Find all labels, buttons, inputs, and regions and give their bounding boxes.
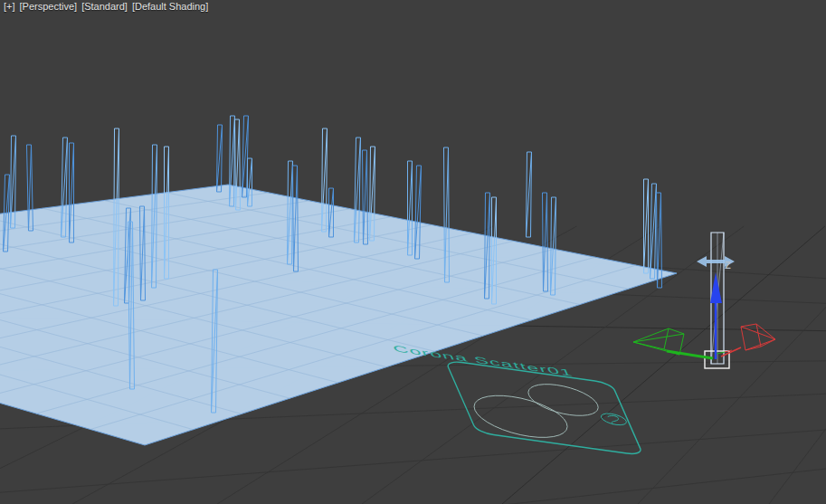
grid-line [769,226,826,504]
viewport-menu-shading[interactable]: [Default Shading] [132,1,208,12]
scatter-instance[interactable] [650,184,657,279]
grid-line [0,469,826,504]
scatter-instance[interactable] [644,179,649,273]
viewport-menu-pov[interactable]: [Perspective] [20,1,78,12]
viewport-label: [+] [Perspective] [Standard] [Default Sh… [4,1,208,12]
viewport-menu-renderer[interactable]: [Standard] [81,1,128,12]
viewport-menu-general[interactable]: [+] [4,1,15,12]
scatter-gizmo-circle-small [522,380,603,420]
grid-line [0,430,826,496]
scatter-surface-plane[interactable] [0,185,677,445]
z-axis-label: Z [725,260,731,271]
y-axis-arrowhead-icon[interactable] [633,328,684,355]
z-axis-arrowhead-icon[interactable] [710,272,722,303]
scatter-gizmo-logo-ring [599,412,629,426]
scatter-instance[interactable] [527,152,532,237]
viewport-canvas[interactable]: Corona Scatter01 Z [0,0,826,504]
x-axis-arrowhead-icon[interactable] [741,324,775,350]
scatter-gizmo-logo-mark [607,415,622,426]
viewport-3d: [+] [Perspective] [Standard] [Default Sh… [0,0,826,504]
surface-plane-face[interactable] [0,185,677,445]
scatter-instance[interactable] [217,125,223,192]
corona-scatter-helper[interactable]: Corona Scatter01 [391,344,643,456]
scatter-helper-name-label: Corona Scatter01 [391,344,574,379]
y-axis-shaft[interactable] [667,351,713,358]
